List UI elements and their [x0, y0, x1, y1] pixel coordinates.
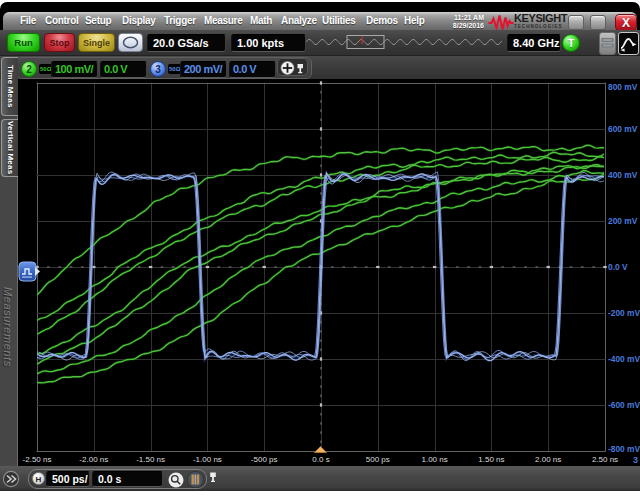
svg-text:-800 mV: -800 mV [608, 444, 640, 454]
svg-text:600 mV: 600 mV [608, 124, 638, 134]
svg-text:-2.50 ns: -2.50 ns [23, 455, 52, 464]
svg-text:800 mV: 800 mV [608, 82, 638, 92]
svg-text:-400 mV: -400 mV [608, 354, 640, 364]
svg-text:-500 ps: -500 ps [251, 455, 278, 464]
svg-text:2.50 ns: 2.50 ns [592, 455, 618, 464]
svg-text:0.0 V: 0.0 V [608, 262, 628, 272]
svg-text:-200 mV: -200 mV [608, 308, 640, 318]
svg-text:-1.00 ns: -1.00 ns [193, 455, 222, 464]
svg-text:-2.00 ns: -2.00 ns [79, 455, 108, 464]
svg-text:400 mV: 400 mV [608, 170, 638, 180]
svg-text:1.00 ns: 1.00 ns [421, 455, 447, 464]
svg-text:3: 3 [633, 455, 638, 465]
svg-text:-600 mV: -600 mV [608, 400, 640, 410]
svg-text:500 ps: 500 ps [366, 455, 390, 464]
svg-text:0.0 s: 0.0 s [312, 455, 329, 464]
svg-text:-1.50 ns: -1.50 ns [136, 455, 165, 464]
svg-text:1.50 ns: 1.50 ns [478, 455, 504, 464]
svg-text:2.00 ns: 2.00 ns [535, 455, 561, 464]
svg-text:200 mV: 200 mV [608, 216, 638, 226]
